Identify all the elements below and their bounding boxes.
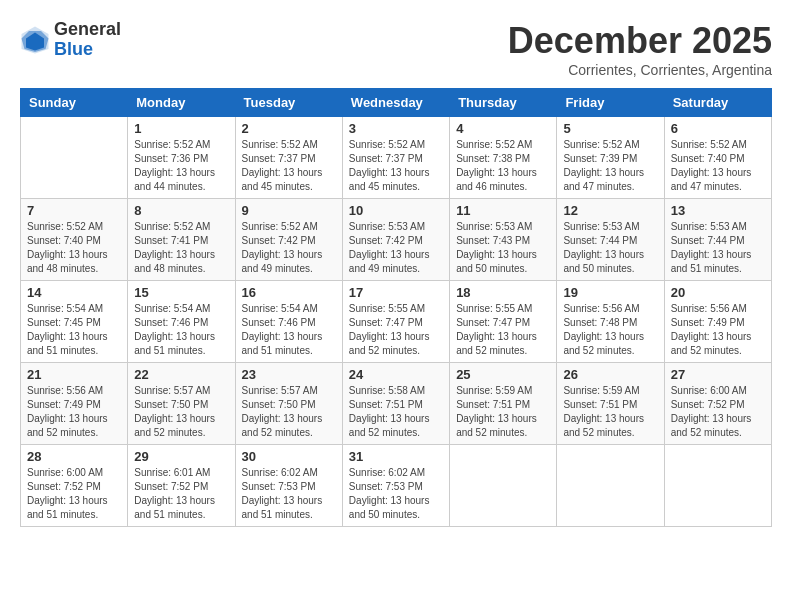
day-info: Sunrise: 5:56 AM Sunset: 7:49 PM Dayligh… <box>27 384 121 440</box>
day-info: Sunrise: 5:52 AM Sunset: 7:40 PM Dayligh… <box>27 220 121 276</box>
calendar-table: Sunday Monday Tuesday Wednesday Thursday… <box>20 88 772 527</box>
day-info: Sunrise: 5:55 AM Sunset: 7:47 PM Dayligh… <box>456 302 550 358</box>
table-cell: 16Sunrise: 5:54 AM Sunset: 7:46 PM Dayli… <box>235 281 342 363</box>
table-cell: 18Sunrise: 5:55 AM Sunset: 7:47 PM Dayli… <box>450 281 557 363</box>
day-info: Sunrise: 5:54 AM Sunset: 7:46 PM Dayligh… <box>242 302 336 358</box>
day-number: 29 <box>134 449 228 464</box>
day-info: Sunrise: 5:52 AM Sunset: 7:42 PM Dayligh… <box>242 220 336 276</box>
calendar-header-row: Sunday Monday Tuesday Wednesday Thursday… <box>21 89 772 117</box>
table-cell: 13Sunrise: 5:53 AM Sunset: 7:44 PM Dayli… <box>664 199 771 281</box>
week-row-3: 14Sunrise: 5:54 AM Sunset: 7:45 PM Dayli… <box>21 281 772 363</box>
day-info: Sunrise: 5:52 AM Sunset: 7:36 PM Dayligh… <box>134 138 228 194</box>
day-number: 25 <box>456 367 550 382</box>
day-info: Sunrise: 6:00 AM Sunset: 7:52 PM Dayligh… <box>27 466 121 522</box>
table-cell: 12Sunrise: 5:53 AM Sunset: 7:44 PM Dayli… <box>557 199 664 281</box>
day-number: 27 <box>671 367 765 382</box>
day-number: 4 <box>456 121 550 136</box>
day-info: Sunrise: 5:52 AM Sunset: 7:39 PM Dayligh… <box>563 138 657 194</box>
day-number: 30 <box>242 449 336 464</box>
day-number: 17 <box>349 285 443 300</box>
day-info: Sunrise: 5:54 AM Sunset: 7:45 PM Dayligh… <box>27 302 121 358</box>
col-friday: Friday <box>557 89 664 117</box>
table-cell: 9Sunrise: 5:52 AM Sunset: 7:42 PM Daylig… <box>235 199 342 281</box>
table-cell: 20Sunrise: 5:56 AM Sunset: 7:49 PM Dayli… <box>664 281 771 363</box>
day-number: 2 <box>242 121 336 136</box>
day-info: Sunrise: 5:52 AM Sunset: 7:37 PM Dayligh… <box>242 138 336 194</box>
day-info: Sunrise: 6:02 AM Sunset: 7:53 PM Dayligh… <box>349 466 443 522</box>
day-info: Sunrise: 5:55 AM Sunset: 7:47 PM Dayligh… <box>349 302 443 358</box>
logo-text: General Blue <box>54 20 121 60</box>
table-cell: 5Sunrise: 5:52 AM Sunset: 7:39 PM Daylig… <box>557 117 664 199</box>
table-cell: 25Sunrise: 5:59 AM Sunset: 7:51 PM Dayli… <box>450 363 557 445</box>
day-number: 21 <box>27 367 121 382</box>
col-monday: Monday <box>128 89 235 117</box>
table-cell <box>21 117 128 199</box>
table-cell: 19Sunrise: 5:56 AM Sunset: 7:48 PM Dayli… <box>557 281 664 363</box>
logo-general: General <box>54 20 121 40</box>
day-info: Sunrise: 5:59 AM Sunset: 7:51 PM Dayligh… <box>456 384 550 440</box>
table-cell: 30Sunrise: 6:02 AM Sunset: 7:53 PM Dayli… <box>235 445 342 527</box>
day-number: 8 <box>134 203 228 218</box>
day-info: Sunrise: 5:52 AM Sunset: 7:41 PM Dayligh… <box>134 220 228 276</box>
day-number: 11 <box>456 203 550 218</box>
col-tuesday: Tuesday <box>235 89 342 117</box>
day-info: Sunrise: 5:52 AM Sunset: 7:40 PM Dayligh… <box>671 138 765 194</box>
title-area: December 2025 Corrientes, Corrientes, Ar… <box>508 20 772 78</box>
day-number: 6 <box>671 121 765 136</box>
week-row-2: 7Sunrise: 5:52 AM Sunset: 7:40 PM Daylig… <box>21 199 772 281</box>
day-info: Sunrise: 6:00 AM Sunset: 7:52 PM Dayligh… <box>671 384 765 440</box>
table-cell <box>450 445 557 527</box>
table-cell: 31Sunrise: 6:02 AM Sunset: 7:53 PM Dayli… <box>342 445 449 527</box>
table-cell: 27Sunrise: 6:00 AM Sunset: 7:52 PM Dayli… <box>664 363 771 445</box>
col-sunday: Sunday <box>21 89 128 117</box>
day-number: 12 <box>563 203 657 218</box>
day-number: 28 <box>27 449 121 464</box>
page-header: General Blue December 2025 Corrientes, C… <box>20 20 772 78</box>
week-row-5: 28Sunrise: 6:00 AM Sunset: 7:52 PM Dayli… <box>21 445 772 527</box>
table-cell: 26Sunrise: 5:59 AM Sunset: 7:51 PM Dayli… <box>557 363 664 445</box>
day-number: 18 <box>456 285 550 300</box>
day-number: 10 <box>349 203 443 218</box>
day-info: Sunrise: 5:52 AM Sunset: 7:37 PM Dayligh… <box>349 138 443 194</box>
table-cell: 11Sunrise: 5:53 AM Sunset: 7:43 PM Dayli… <box>450 199 557 281</box>
table-cell <box>664 445 771 527</box>
day-number: 24 <box>349 367 443 382</box>
day-info: Sunrise: 5:59 AM Sunset: 7:51 PM Dayligh… <box>563 384 657 440</box>
day-number: 19 <box>563 285 657 300</box>
day-number: 9 <box>242 203 336 218</box>
table-cell <box>557 445 664 527</box>
week-row-1: 1Sunrise: 5:52 AM Sunset: 7:36 PM Daylig… <box>21 117 772 199</box>
table-cell: 7Sunrise: 5:52 AM Sunset: 7:40 PM Daylig… <box>21 199 128 281</box>
table-cell: 17Sunrise: 5:55 AM Sunset: 7:47 PM Dayli… <box>342 281 449 363</box>
logo-blue: Blue <box>54 40 121 60</box>
table-cell: 29Sunrise: 6:01 AM Sunset: 7:52 PM Dayli… <box>128 445 235 527</box>
location-subtitle: Corrientes, Corrientes, Argentina <box>508 62 772 78</box>
col-saturday: Saturday <box>664 89 771 117</box>
day-number: 31 <box>349 449 443 464</box>
col-thursday: Thursday <box>450 89 557 117</box>
day-number: 15 <box>134 285 228 300</box>
day-number: 3 <box>349 121 443 136</box>
day-number: 13 <box>671 203 765 218</box>
day-info: Sunrise: 5:53 AM Sunset: 7:44 PM Dayligh… <box>671 220 765 276</box>
logo-icon <box>20 25 50 55</box>
table-cell: 10Sunrise: 5:53 AM Sunset: 7:42 PM Dayli… <box>342 199 449 281</box>
day-number: 22 <box>134 367 228 382</box>
day-info: Sunrise: 5:54 AM Sunset: 7:46 PM Dayligh… <box>134 302 228 358</box>
week-row-4: 21Sunrise: 5:56 AM Sunset: 7:49 PM Dayli… <box>21 363 772 445</box>
table-cell: 23Sunrise: 5:57 AM Sunset: 7:50 PM Dayli… <box>235 363 342 445</box>
day-info: Sunrise: 5:58 AM Sunset: 7:51 PM Dayligh… <box>349 384 443 440</box>
day-number: 14 <box>27 285 121 300</box>
day-number: 23 <box>242 367 336 382</box>
table-cell: 21Sunrise: 5:56 AM Sunset: 7:49 PM Dayli… <box>21 363 128 445</box>
table-cell: 22Sunrise: 5:57 AM Sunset: 7:50 PM Dayli… <box>128 363 235 445</box>
table-cell: 14Sunrise: 5:54 AM Sunset: 7:45 PM Dayli… <box>21 281 128 363</box>
table-cell: 4Sunrise: 5:52 AM Sunset: 7:38 PM Daylig… <box>450 117 557 199</box>
day-info: Sunrise: 5:57 AM Sunset: 7:50 PM Dayligh… <box>134 384 228 440</box>
table-cell: 1Sunrise: 5:52 AM Sunset: 7:36 PM Daylig… <box>128 117 235 199</box>
table-cell: 6Sunrise: 5:52 AM Sunset: 7:40 PM Daylig… <box>664 117 771 199</box>
day-number: 1 <box>134 121 228 136</box>
day-info: Sunrise: 5:53 AM Sunset: 7:42 PM Dayligh… <box>349 220 443 276</box>
table-cell: 15Sunrise: 5:54 AM Sunset: 7:46 PM Dayli… <box>128 281 235 363</box>
day-info: Sunrise: 5:53 AM Sunset: 7:43 PM Dayligh… <box>456 220 550 276</box>
